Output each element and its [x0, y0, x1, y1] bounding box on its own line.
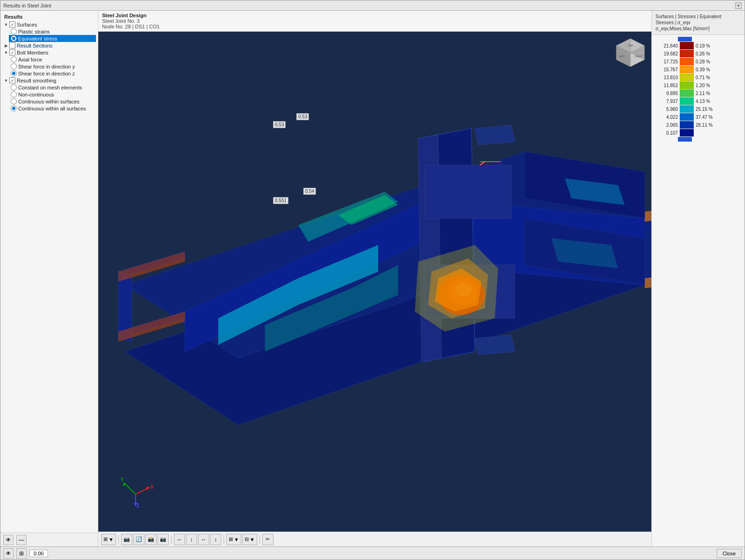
window-close-button[interactable]: × — [735, 2, 742, 9]
legend-row: 17.7250.28 % — [655, 58, 742, 65]
axial-force-radio[interactable] — [11, 56, 17, 62]
toolbar-btn-2[interactable]: 🔄 — [133, 534, 144, 545]
scale-h-icon: ↔ — [201, 537, 206, 542]
legend-row: 4.02237.47 % — [655, 113, 742, 121]
equivalent-stress-item[interactable]: Equivalent stress — [9, 35, 96, 42]
status-grid-icon: ⊞ — [19, 550, 24, 557]
flip-h-icon: ↔ — [177, 537, 182, 542]
line-icon: — — [19, 537, 24, 543]
line-icon-button[interactable]: — — [16, 535, 27, 545]
legend-value: 15.767 — [655, 67, 678, 72]
plastic-strains-radio[interactable] — [11, 28, 17, 34]
toolbar-btn-8[interactable]: ↕ — [210, 534, 221, 545]
shear-y-item[interactable]: Shear force in direction y — [9, 63, 96, 70]
continuous-surfaces-radio[interactable] — [11, 98, 17, 104]
bolt-members-item[interactable]: ▼ Bolt Members — [2, 49, 96, 56]
legend-row-bottom-indicator — [655, 137, 742, 142]
bolt-members-checkbox[interactable] — [9, 49, 15, 55]
status-eye-button[interactable]: 👁 — [3, 548, 14, 559]
constant-mesh-radio[interactable] — [11, 84, 17, 90]
scale-v-icon: ↕ — [214, 537, 217, 542]
legend-value: 5.980 — [655, 107, 678, 112]
continuous-all-item[interactable]: Continuous within all surfaces — [9, 105, 96, 112]
legend-swatch — [680, 97, 694, 105]
continuous-all-radio[interactable] — [11, 105, 17, 111]
legend-swatch — [680, 42, 694, 49]
plastic-strains-label: Plastic strains — [18, 29, 50, 34]
result-sections-item[interactable]: ▶ Result Sections — [2, 42, 96, 49]
legend-row: 7.9374.13 % — [655, 97, 742, 105]
viewport-info: Node No. 28 | DS1 | CO1 — [102, 24, 648, 29]
axial-force-label: Axial force — [18, 57, 42, 62]
svg-marker-34 — [475, 335, 515, 355]
continuous-all-label: Continuous within all surfaces — [18, 106, 86, 111]
toolbar-btn-6[interactable]: ↕ — [186, 534, 197, 545]
continuous-surfaces-item[interactable]: Continuous within surfaces — [9, 98, 96, 105]
camera-icon: 📷 — [123, 536, 130, 542]
legend-swatch — [680, 58, 694, 65]
viewport-3d[interactable]: 0.53 0.53 0.551 0.54 TOP RIGHT L — [98, 32, 651, 532]
legend-row: 2.06528.11 % — [655, 121, 742, 129]
legend-row: 11.8521.20 % — [655, 82, 742, 89]
legend-swatch — [680, 121, 694, 129]
svg-text:Z: Z — [137, 503, 139, 508]
svg-text:X: X — [150, 485, 154, 490]
view-dropdown[interactable]: ⊞ ▼ — [101, 534, 116, 545]
left-panel-bottom: 👁 — — [0, 533, 98, 546]
close-button[interactable]: Close — [717, 549, 742, 558]
surfaces-checkbox[interactable] — [9, 21, 15, 27]
shear-z-label: Shear force in direction z — [18, 71, 75, 76]
legend-swatch — [680, 66, 694, 73]
annotation-0551: 0.551 — [273, 197, 288, 204]
equivalent-stress-label: Equivalent stress — [18, 36, 57, 41]
shear-y-radio[interactable] — [11, 63, 17, 69]
surfaces-item[interactable]: ▼ Surfaces — [2, 21, 96, 28]
cut-icon: ✂ — [266, 536, 270, 542]
shear-z-item[interactable]: Shear force in direction z — [9, 70, 96, 77]
equivalent-stress-radio[interactable] — [11, 35, 17, 41]
result-smoothing-item[interactable]: ▼ Result smoothing — [2, 77, 96, 84]
legend-value: 11.852 — [655, 83, 678, 88]
legend-pct: 0.71 % — [696, 75, 710, 80]
legend-row: 0.107 — [655, 129, 742, 137]
axial-force-item[interactable]: Axial force — [9, 56, 96, 63]
separator2 — [171, 535, 171, 544]
non-continuous-item[interactable]: Non-continuous — [9, 91, 96, 98]
shear-z-radio[interactable] — [11, 70, 17, 76]
svg-text:TOP: TOP — [628, 44, 633, 47]
eye-icon: 👁 — [6, 537, 11, 543]
legend-swatch — [680, 113, 694, 121]
cube-navigator[interactable]: TOP RIGHT LEFT — [614, 36, 647, 69]
result-sections-checkbox[interactable] — [9, 42, 15, 48]
legend-pct: 4.13 % — [696, 99, 710, 104]
toolbar-btn-5[interactable]: ↔ — [174, 534, 185, 545]
status-grid-button[interactable]: ⊞ — [16, 548, 27, 559]
render-dropdown[interactable]: ⊟ ▼ — [242, 534, 257, 545]
smoothing-checkbox[interactable] — [9, 77, 15, 83]
svg-text:RIGHT: RIGHT — [635, 55, 642, 58]
svg-marker-50 — [146, 486, 150, 490]
svg-text:Y: Y — [121, 477, 124, 482]
legend-row: 5.98025.15 % — [655, 105, 742, 113]
annotation-053-top: 0.53 — [296, 113, 309, 120]
plastic-strains-item[interactable]: Plastic strains — [9, 28, 96, 35]
legend-value: 21.640 — [655, 43, 678, 48]
annotation-054: 0.54 — [303, 188, 316, 195]
eye-icon-button[interactable]: 👁 — [3, 535, 14, 545]
toolbar-btn-3[interactable]: 📸 — [145, 534, 157, 545]
constant-mesh-item[interactable]: Constant on mesh elements — [9, 84, 96, 91]
legend-swatch — [680, 89, 694, 97]
non-continuous-radio[interactable] — [11, 91, 17, 97]
svg-text:LEFT: LEFT — [619, 55, 625, 58]
legend-row: 9.8952.11 % — [655, 89, 742, 97]
toolbar-btn-cut[interactable]: ✂ — [262, 534, 273, 545]
view-icon: ⊞ — [103, 536, 108, 542]
toolbar-btn-4[interactable]: 📷 — [157, 534, 169, 545]
axis-indicator: Y X Z — [117, 471, 154, 508]
legend-value: 4.022 — [655, 115, 678, 120]
display-dropdown[interactable]: ⊞ ▼ — [226, 534, 241, 545]
toolbar-btn-1[interactable]: 📷 — [121, 534, 132, 545]
legend-rows: 21.6400.19 %19.6820.26 %17.7250.28 %15.7… — [655, 42, 742, 137]
legend-value: 19.682 — [655, 51, 678, 56]
toolbar-btn-7[interactable]: ↔ — [198, 534, 209, 545]
